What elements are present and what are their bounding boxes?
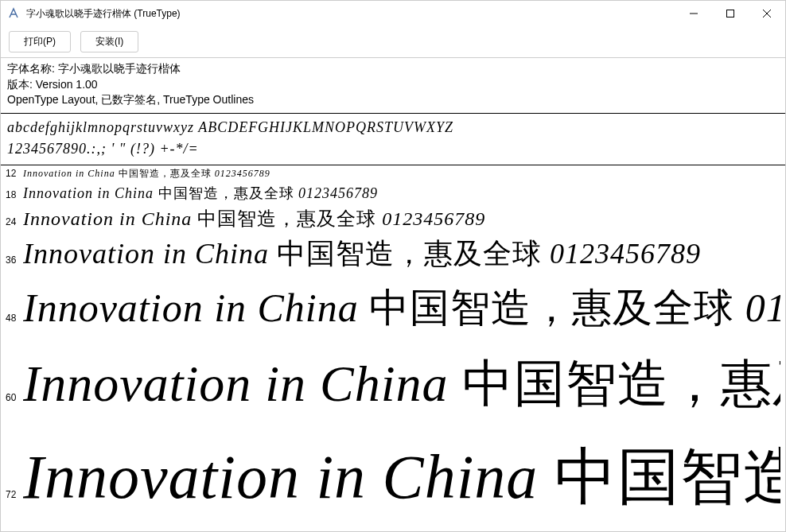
maximize-button[interactable]	[712, 1, 749, 26]
sample-size-label: 36	[6, 254, 23, 266]
window-controls	[675, 1, 785, 26]
font-info-panel: 字体名称: 字小魂歌以晓手迹行楷体 版本: Version 1.00 OpenT…	[1, 58, 785, 114]
glyph-digits-line: 1234567890.:,; ' " (!?) +-*/=	[7, 138, 779, 160]
install-button[interactable]: 安装(I)	[80, 31, 138, 52]
minimize-button[interactable]	[675, 1, 712, 26]
sample-text: Innovation in China 中国智造，惠及全球 0123456789	[23, 167, 270, 181]
sample-row-18: 18 Innovation in China 中国智造，惠及全球 0123456…	[1, 182, 785, 204]
sample-size-label: 72	[6, 489, 23, 500]
window-title: 字小魂歌以晓手迹行楷体 (TrueType)	[26, 7, 675, 21]
sample-row-72: 72 Innovation in China 中国智造，惠及全球 0123456…	[1, 426, 785, 529]
sample-text: Innovation in China 中国智造，惠及全球 0123456789	[23, 235, 701, 274]
font-features-line: OpenType Layout, 已数字签名, TrueType Outline…	[7, 92, 779, 108]
sample-row-60: 60 Innovation in China 中国智造，惠及全球 0123456…	[1, 341, 785, 426]
app-icon	[7, 7, 20, 20]
toolbar: 打印(P) 安装(I)	[1, 26, 785, 58]
glyph-samples: abcdefghijklmnopqrstuvwxyz ABCDEFGHIJKLM…	[1, 114, 785, 165]
sample-text: Innovation in China 中国智造，惠及全球 0123456789	[23, 206, 485, 231]
sample-row-12: 12 Innovation in China 中国智造，惠及全球 0123456…	[1, 165, 785, 182]
sample-size-label: 60	[6, 392, 23, 403]
print-button[interactable]: 打印(P)	[9, 31, 71, 52]
sample-text: Innovation in China 中国智造，惠及全球 0123456789	[23, 349, 780, 418]
sample-rows: 12 Innovation in China 中国智造，惠及全球 0123456…	[1, 165, 785, 529]
glyph-alpha-line: abcdefghijklmnopqrstuvwxyz ABCDEFGHIJKLM…	[7, 117, 779, 138]
svg-rect-1	[727, 10, 734, 17]
sample-row-36: 36 Innovation in China 中国智造，惠及全球 0123456…	[1, 233, 785, 275]
close-button[interactable]	[749, 1, 785, 26]
font-name-line: 字体名称: 字小魂歌以晓手迹行楷体	[7, 61, 779, 77]
sample-size-label: 12	[6, 168, 23, 179]
titlebar: 字小魂歌以晓手迹行楷体 (TrueType)	[1, 1, 785, 26]
font-version-line: 版本: Version 1.00	[7, 77, 779, 93]
sample-text: Innovation in China 中国智造，惠及全球 0123456789	[23, 282, 780, 335]
sample-text: Innovation in China 中国智造，惠及全球 0123456789	[23, 436, 780, 519]
sample-text: Innovation in China 中国智造，惠及全球 0123456789	[23, 184, 378, 203]
sample-size-label: 48	[6, 313, 23, 324]
sample-size-label: 24	[6, 216, 23, 227]
sample-row-24: 24 Innovation in China 中国智造，惠及全球 0123456…	[1, 204, 785, 233]
sample-size-label: 18	[6, 189, 23, 200]
sample-row-48: 48 Innovation in China 中国智造，惠及全球 0123456…	[1, 275, 785, 341]
